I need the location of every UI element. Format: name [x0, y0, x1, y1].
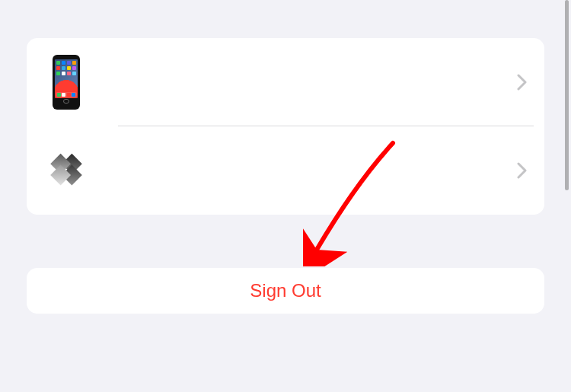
chevron-right-icon [517, 74, 528, 91]
device-row-bootcamp[interactable] [27, 126, 544, 215]
iphone-icon [43, 55, 89, 110]
sign-out-label: Sign Out [250, 280, 321, 301]
device-list-card [27, 38, 544, 215]
chevron-right-icon [517, 162, 528, 179]
bootcamp-diamond-icon [43, 154, 89, 187]
scrollbar[interactable] [565, 0, 569, 190]
sign-out-button[interactable]: Sign Out [27, 268, 544, 314]
settings-content: Sign Out [0, 38, 571, 314]
device-row-iphone[interactable] [27, 38, 544, 126]
signout-card: Sign Out [27, 268, 544, 314]
